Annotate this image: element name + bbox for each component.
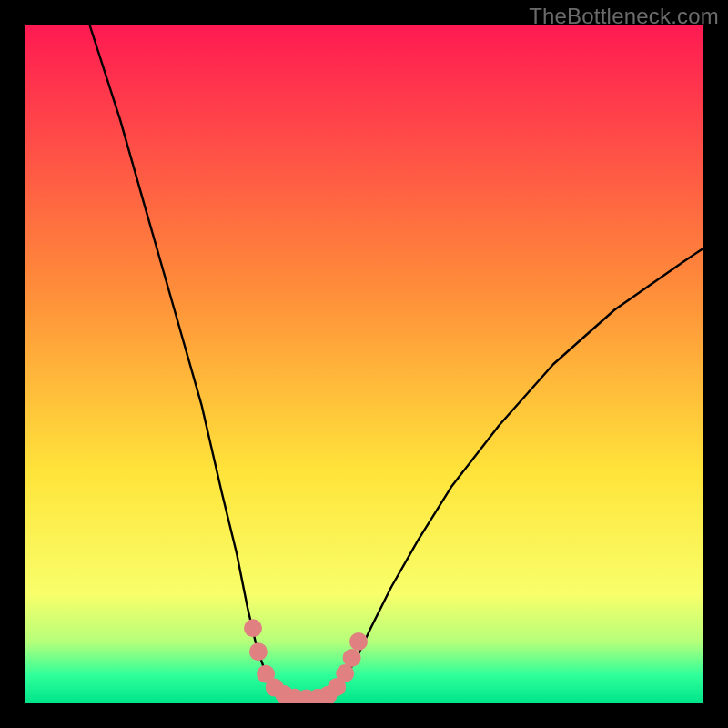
curve-marker: [336, 664, 354, 682]
gradient-background: [25, 25, 703, 703]
bottleneck-curve-chart: [25, 25, 703, 703]
plot-area: [25, 25, 703, 703]
curve-marker: [249, 642, 268, 661]
curve-marker: [349, 632, 368, 651]
curve-marker: [244, 619, 262, 637]
outer-frame: TheBottleneck.com: [0, 0, 728, 728]
curve-marker: [343, 649, 361, 667]
